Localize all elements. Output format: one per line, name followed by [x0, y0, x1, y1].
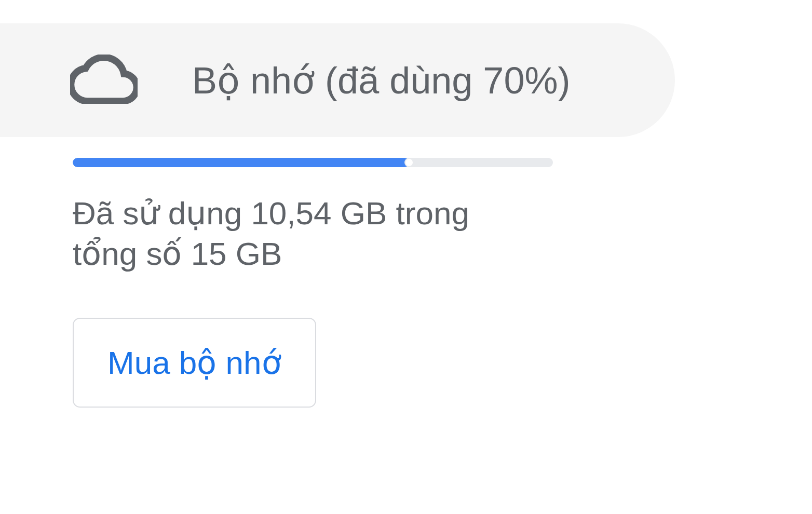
- storage-title: Bộ nhớ (đã dùng 70%): [192, 59, 570, 102]
- buy-storage-button[interactable]: Mua bộ nhớ: [73, 318, 316, 408]
- storage-body: Đã sử dụng 10,54 GB trong tổng số 15 GB …: [0, 137, 812, 408]
- storage-usage-text: Đã sử dụng 10,54 GB trong tổng số 15 GB: [73, 193, 540, 274]
- cloud-icon: [70, 55, 138, 106]
- storage-progress-bar: [73, 158, 553, 167]
- storage-progress-fill: [73, 158, 409, 167]
- storage-header[interactable]: Bộ nhớ (đã dùng 70%): [0, 23, 675, 137]
